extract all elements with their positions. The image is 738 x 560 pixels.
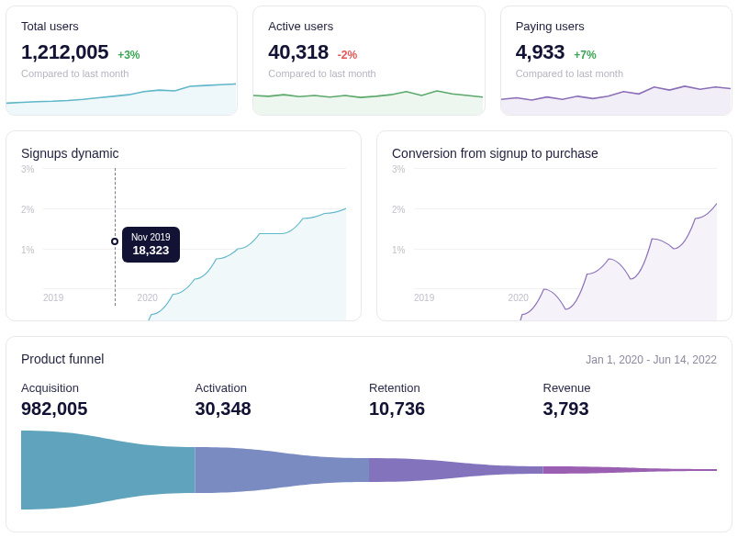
y-tick: 2% (21, 205, 34, 215)
funnel-stage-revenue: Revenue 3,793 (543, 381, 718, 420)
chart-title: Signups dynamic (21, 146, 346, 161)
kpi-value-row: 1,212,005 +3% (21, 40, 222, 64)
kpi-card-total-users[interactable]: Total users 1,212,005 +3% Compared to la… (6, 6, 238, 116)
hover-marker (111, 238, 118, 245)
funnel-title: Product funnel (21, 352, 104, 366)
kpi-delta: +7% (574, 49, 596, 62)
funnel-segment (196, 447, 370, 493)
y-tick: 1% (392, 245, 405, 255)
funnel-segment (543, 466, 718, 474)
funnel-stage-retention: Retention 10,736 (369, 381, 543, 420)
kpi-value-row: 4,933 +7% (516, 40, 717, 64)
stage-value: 10,736 (369, 398, 536, 420)
hover-guideline (115, 168, 116, 306)
mid-chart-row: Signups dynamic 3% 2% 1% 2019 2020 2021 … (6, 130, 732, 321)
kpi-delta: -2% (338, 49, 357, 62)
chart-card-conversion[interactable]: Conversion from signup to purchase 3% 2%… (376, 130, 732, 321)
kpi-value: 40,318 (268, 40, 329, 64)
stage-value: 30,348 (196, 398, 363, 420)
funnel-segment (21, 431, 196, 510)
y-axis: 3% 2% 1% (21, 168, 43, 289)
funnel-date-range: Jan 1, 2020 - Jun 14, 2022 (586, 353, 717, 366)
funnel-stages: Acquisition 982,005 Activation 30,348 Re… (21, 381, 717, 420)
stage-label: Revenue (543, 381, 710, 395)
y-tick: 1% (21, 245, 34, 255)
sparkline-total-users (6, 76, 236, 115)
y-tick: 3% (21, 164, 34, 174)
stage-label: Retention (369, 381, 536, 395)
chart-area: 3% 2% 1% 2019 2020 2021 2022 (392, 168, 717, 306)
y-tick: 2% (392, 205, 405, 215)
funnel-stage-acquisition: Acquisition 982,005 (21, 381, 196, 420)
kpi-delta: +3% (117, 49, 140, 62)
funnel-header: Product funnel Jan 1, 2020 - Jun 14, 202… (21, 352, 717, 366)
stage-label: Acquisition (21, 381, 188, 395)
kpi-title: Total users (21, 19, 222, 33)
funnel-chart (21, 431, 717, 510)
stage-value: 982,005 (21, 398, 188, 420)
chart-title: Conversion from signup to purchase (392, 146, 717, 161)
sparkline-active-users (253, 76, 483, 115)
funnel-stage-activation: Activation 30,348 (196, 381, 370, 420)
y-tick: 3% (392, 164, 405, 174)
funnel-card[interactable]: Product funnel Jan 1, 2020 - Jun 14, 202… (6, 336, 732, 532)
y-axis: 3% 2% 1% (392, 168, 414, 289)
line-chart-conversion (414, 168, 717, 321)
sparkline-paying-users (501, 76, 731, 115)
kpi-card-paying-users[interactable]: Paying users 4,933 +7% Compared to last … (500, 6, 732, 116)
kpi-title: Paying users (516, 19, 717, 33)
stage-value: 3,793 (543, 398, 710, 420)
chart-area: 3% 2% 1% 2019 2020 2021 2022 Nov 2019 (21, 168, 346, 306)
kpi-card-active-users[interactable]: Active users 40,318 -2% Compared to last… (252, 6, 485, 116)
kpi-value: 4,933 (516, 40, 565, 64)
funnel-segment (369, 458, 543, 482)
kpi-value-row: 40,318 -2% (268, 40, 469, 64)
line-chart-signups (43, 168, 346, 321)
kpi-row: Total users 1,212,005 +3% Compared to la… (6, 6, 732, 116)
stage-label: Activation (196, 381, 363, 395)
kpi-value: 1,212,005 (21, 40, 108, 64)
chart-card-signups[interactable]: Signups dynamic 3% 2% 1% 2019 2020 2021 … (6, 130, 362, 321)
kpi-title: Active users (268, 19, 469, 33)
